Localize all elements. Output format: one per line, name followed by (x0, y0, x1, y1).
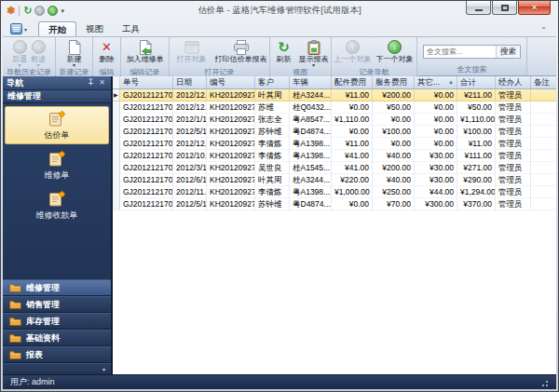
ribbon-collapse-icon[interactable]: ⌃ (540, 26, 551, 36)
estimate-doc-icon (48, 150, 66, 169)
table-row[interactable]: GJ201212170... 2012/1/17 KH20120927... 张… (113, 114, 556, 126)
estimate-doc-icon (48, 110, 66, 128)
cell-date: 2012/1/17 (173, 114, 207, 126)
cell-total: ¥50.00 (457, 101, 496, 114)
cell-total: ¥290.00 (457, 174, 496, 186)
open-object-button[interactable]: 打开对象 ▾ (170, 37, 213, 68)
cell-total: ¥100.00 (457, 126, 496, 138)
table-row[interactable]: GJ201212170... 2012/6/17 KH20120927... 叶… (113, 174, 556, 186)
qat-next-object-icon[interactable]: ↓ (48, 6, 58, 16)
sidebar-nav-item[interactable]: 估价单 (5, 106, 109, 144)
fulltext-search-box: 搜索 (423, 45, 521, 59)
cell-service: ¥100.00 (373, 126, 415, 138)
resize-grip-icon[interactable] (539, 378, 549, 387)
folder-icon (9, 300, 21, 309)
table-row[interactable]: GJ201212170... 2012/11... KH20120927... … (113, 186, 556, 198)
row-selector-cell (113, 114, 120, 126)
column-header-service[interactable]: 服务费用 (373, 76, 415, 88)
column-header-total[interactable]: 合计 (457, 76, 496, 88)
cell-vehicle: 桂Q0432... (290, 101, 332, 114)
app-menu-button[interactable]: ▾ (10, 22, 31, 35)
column-header-date[interactable]: 日期 (173, 76, 207, 88)
navpane-overflow-button[interactable]: ▾ (102, 366, 105, 372)
minimize-button[interactable] (466, 1, 491, 15)
close-button[interactable]: ✕ (518, 1, 551, 15)
close-pane-icon[interactable]: ✕ (97, 79, 107, 87)
column-header-vehicle[interactable]: 车辆 (290, 76, 332, 88)
ribbon-tab[interactable]: 视图 (76, 21, 113, 36)
cell-note (531, 89, 556, 101)
search-button[interactable]: 搜索 (496, 46, 520, 58)
cell-no: GJ201212170... (120, 162, 173, 174)
column-header-note[interactable]: 备注 (531, 76, 556, 88)
sidebar-section-button[interactable]: 销售管理 (3, 296, 111, 313)
back-button[interactable]: ← 后退 ▾ (12, 37, 27, 68)
cell-date: 2012/3/17 (173, 162, 207, 174)
table-row[interactable]: GJ201212170... 2012/12... KH20120927... … (113, 101, 556, 114)
cell-service: ¥0.00 (373, 114, 415, 126)
table-row[interactable]: GJ201212170... 2012/5/17 KH20120927... 苏… (113, 198, 556, 210)
refresh-icon: ↻ (278, 40, 290, 54)
show-report-button[interactable]: 显示报表 ▾ (297, 37, 331, 68)
refresh-button[interactable]: ↻ 刷新 ▾ (271, 37, 297, 68)
table-row[interactable]: GJ201212170... 2012/12... KH20120927... … (113, 138, 556, 150)
column-header-other[interactable]: 其它...▲ (415, 76, 457, 88)
ribbon-group-edit: ✕ 删除 ▾ 编辑 (93, 37, 121, 75)
window-controls: ✕ (465, 1, 556, 20)
sidebar-section-button[interactable]: 报表 (3, 346, 111, 363)
cell-other: ¥0.00 (415, 101, 457, 114)
cell-handler: 管理员 (496, 174, 531, 186)
table-row[interactable]: GJ201212170... 2012/5/17 KH20120927... 苏… (113, 126, 556, 138)
pin-icon[interactable] (86, 78, 97, 88)
previous-object-button[interactable]: ↑ 上一个对象 ▾ (333, 37, 374, 68)
fulltext-search-input[interactable] (424, 46, 496, 58)
cell-vehicle: 粤A1398... (290, 138, 332, 150)
app-window: ✱ ↻ ↑ ↓ ▾ 估价单 - 蓝格汽车维修管理软件[试用版本] ✕ ▾ 开始视… (0, 0, 559, 392)
row-selector-cell (113, 89, 120, 101)
ribbon-tab[interactable]: 工具 (113, 21, 149, 36)
cell-other: ¥44.00 (415, 186, 457, 198)
cell-customer: 苏钟维 (255, 126, 290, 138)
table-row[interactable]: GJ201212170... 2012/3/17 KH20120927... 吴… (113, 162, 556, 174)
cell-vehicle: 粤A1398... (290, 150, 332, 162)
estimate-table: 单号 日期 编号 客户 车辆 配件费用 服务费用 其它...▲ 合计 经办人 备… (112, 76, 556, 374)
cell-date: 2012/12... (173, 138, 207, 150)
cell-code: KH20120927... (207, 126, 255, 138)
cell-service: ¥200.00 (373, 89, 415, 101)
add-to-repair-order-button[interactable]: 加入维修单 ▾ (127, 37, 164, 68)
ribbon-tab[interactable]: 开始 (38, 21, 76, 36)
sidebar-nav-item[interactable]: 维修收款单 (5, 186, 109, 224)
cell-parts: ¥41.00 (332, 162, 373, 174)
qat-customize-dropdown-icon[interactable]: ▾ (61, 7, 64, 15)
qat-refresh-icon[interactable]: ↻ (23, 6, 32, 16)
qat-prev-object-icon[interactable]: ↑ (34, 6, 45, 16)
sidebar-nav-item[interactable]: 维修单 (5, 146, 109, 184)
cell-service: ¥50.00 (373, 101, 415, 114)
column-header-customer[interactable]: 客户 (255, 76, 290, 88)
cell-total: ¥111.00 (457, 150, 496, 162)
column-header-handler[interactable]: 经办人 (496, 76, 531, 88)
cell-customer: 李倩炼 (255, 138, 290, 150)
new-button[interactable]: 新建 ▾ (67, 37, 82, 68)
maximize-button[interactable] (492, 1, 517, 15)
cell-no: GJ201212170... (120, 150, 173, 162)
sidebar-section-button[interactable]: 库存管理 (3, 313, 111, 330)
sidebar-section-button[interactable]: 维修管理 (3, 279, 111, 296)
column-header-parts[interactable]: 配件费用 (332, 76, 373, 88)
sidebar-section-button[interactable]: 基础资料 (3, 330, 111, 346)
column-header-code[interactable]: 编号 (207, 76, 255, 88)
table-row[interactable]: GJ201212170... 2012/10... KH20120927... … (113, 150, 556, 162)
next-object-button[interactable]: ↓ 下一个对象 ▾ (374, 37, 416, 68)
cell-customer: 叶其周 (255, 89, 290, 101)
cell-date: 2012/6/17 (173, 174, 207, 186)
cell-parts: ¥41.00 (332, 150, 373, 162)
folder-icon (9, 283, 21, 292)
forward-button[interactable]: → 前进 ▾ (31, 37, 46, 68)
cell-other: ¥30.00 (415, 150, 457, 162)
column-header-no[interactable]: 单号 (120, 76, 173, 88)
print-estimate-report-button[interactable]: 打印估价单报表 ▾ (213, 37, 269, 68)
folder-icon (9, 350, 21, 359)
maximize-icon (501, 5, 509, 11)
table-row[interactable]: GJ201212170... 2012/12... KH20120927... … (113, 89, 556, 101)
delete-button[interactable]: ✕ 删除 ▾ (100, 37, 115, 68)
